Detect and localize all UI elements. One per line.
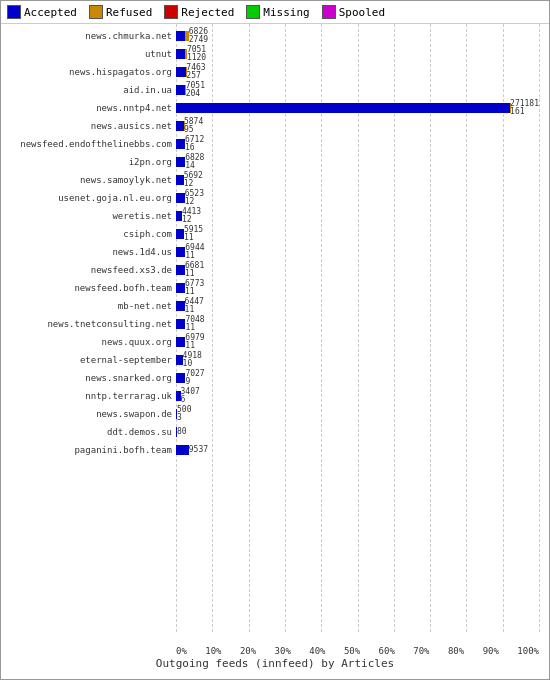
legend-item-rejected: Rejected [164,5,234,19]
table-row: news.tnetconsulting.net704811 [176,316,539,332]
refused-legend-box [89,5,103,19]
chart-container: AcceptedRefusedRejectedMissingSpooled ne… [0,0,550,680]
row-label-5: news.ausics.net [2,121,172,131]
legend-item-accepted: Accepted [7,5,77,19]
legend-item-refused: Refused [89,5,152,19]
row-label-9: usenet.goja.nl.eu.org [2,193,172,203]
row-label-14: newsfeed.bofh.team [2,283,172,293]
row-label-4: news.nntp4.net [2,103,172,113]
legend-item-missing: Missing [246,5,309,19]
bar-group-0: 68262749 [176,30,539,42]
row-label-18: eternal-september [2,355,172,365]
bar-group-6: 671216 [176,138,539,150]
x-axis-label-8: 80% [448,646,464,656]
rejected-legend-label: Rejected [181,6,234,19]
accepted-bar-4 [176,103,510,113]
accepted-bar-12 [176,247,185,257]
accepted-bar-14 [176,283,185,293]
row-label-6: newsfeed.endofthelinebbs.com [2,139,172,149]
table-row: news.quux.org697911 [176,334,539,350]
table-row: ddt.demos.su80 [176,424,539,440]
table-row: news.swapon.de5003 [176,406,539,422]
row-label-15: mb-net.net [2,301,172,311]
table-row: mb-net.net644711 [176,298,539,314]
x-axis-label-10: 100% [517,646,539,656]
accepted-bar-5 [176,121,184,131]
missing-legend-label: Missing [263,6,309,19]
accepted-bar-6 [176,139,185,149]
x-axis-label-0: 0% [176,646,187,656]
row-label-22: ddt.demos.su [2,427,172,437]
accepted-bar-2 [176,67,186,77]
x-axis-label-6: 60% [379,646,395,656]
bar-group-13: 668111 [176,264,539,276]
bar-group-11: 591511 [176,228,539,240]
missing-legend-box [246,5,260,19]
accepted-bar-11 [176,229,184,239]
bar-group-1: 70511120 [176,48,539,60]
bar-group-19: 70279 [176,372,539,384]
x-axis-label-2: 20% [240,646,256,656]
x-axis-label-5: 50% [344,646,360,656]
bar-group-22: 80 [176,426,539,438]
bar-group-2: 7463257 [176,66,539,78]
refused-legend-label: Refused [106,6,152,19]
accepted-bar-9 [176,193,185,203]
table-row: newsfeed.bofh.team677311 [176,280,539,296]
accepted-bar-3 [176,85,185,95]
bar-group-8: 569212 [176,174,539,186]
row-label-20: nntp.terrarag.uk [2,391,172,401]
x-axis-labels: 0%10%20%30%40%50%60%70%80%90%100% [176,646,539,656]
x-axis-label-1: 10% [205,646,221,656]
row-label-13: newsfeed.xs3.de [2,265,172,275]
table-row: eternal-september491810 [176,352,539,368]
x-axis-label-3: 30% [275,646,291,656]
table-row: news.ausics.net587495 [176,118,539,134]
bar-group-17: 697911 [176,336,539,348]
table-row: nntp.terrarag.uk34076 [176,388,539,404]
table-row: news.samoylyk.net569212 [176,172,539,188]
table-row: newsfeed.endofthelinebbs.com671216 [176,136,539,152]
accepted-bar-19 [176,373,185,383]
bar-group-7: 682814 [176,156,539,168]
bar-group-14: 677311 [176,282,539,294]
table-row: newsfeed.xs3.de668111 [176,262,539,278]
bar-group-12: 694411 [176,246,539,258]
row-label-2: news.hispagatos.org [2,67,172,77]
bar-group-9: 652312 [176,192,539,204]
accepted-bar-23 [176,445,189,455]
spooled-legend-label: Spooled [339,6,385,19]
row-label-21: news.swapon.de [2,409,172,419]
table-row: paganini.bofh.team9537 [176,442,539,458]
spooled-legend-box [322,5,336,19]
table-row: i2pn.org682814 [176,154,539,170]
bar-group-18: 491810 [176,354,539,366]
row-label-12: news.1d4.us [2,247,172,257]
x-axis-label-9: 90% [483,646,499,656]
row-label-11: csiph.com [2,229,172,239]
bar-group-20: 34076 [176,390,539,402]
accepted-bar-15 [176,301,185,311]
row-label-16: news.tnetconsulting.net [2,319,172,329]
bars-area: news.chmurka.net68262749utnut70511120new… [176,28,539,632]
bar-group-5: 587495 [176,120,539,132]
bar-group-23: 9537 [176,444,539,456]
table-row: weretis.net441312 [176,208,539,224]
bar-group-15: 644711 [176,300,539,312]
accepted-bar-17 [176,337,185,347]
x-axis-label-7: 70% [413,646,429,656]
table-row: utnut70511120 [176,46,539,62]
table-row: news.nntp4.net271181161 [176,100,539,116]
accepted-bar-1 [176,49,185,59]
row-label-8: news.samoylyk.net [2,175,172,185]
table-row: news.chmurka.net68262749 [176,28,539,44]
accepted-bar-18 [176,355,183,365]
table-row: news.snarked.org70279 [176,370,539,386]
bar-group-3: 7051204 [176,84,539,96]
row-label-19: news.snarked.org [2,373,172,383]
accepted-legend-label: Accepted [24,6,77,19]
table-row: news.1d4.us694411 [176,244,539,260]
bar-group-21: 5003 [176,408,539,420]
row-label-3: aid.in.ua [2,85,172,95]
accepted-bar-0 [176,31,185,41]
